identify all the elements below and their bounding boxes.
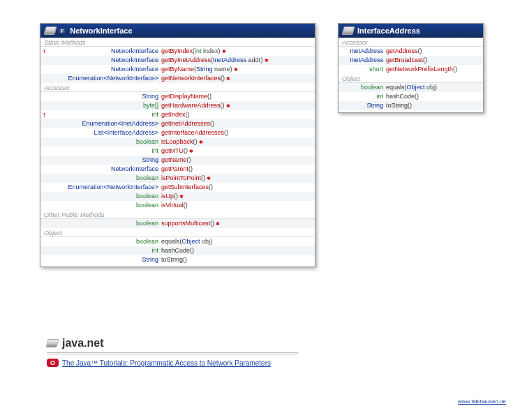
method-name[interactable]: hashCode bbox=[161, 246, 190, 255]
new-flag-icon: ! bbox=[43, 110, 50, 119]
method-row: Enumeration<InetAddress>getInetAddresses… bbox=[40, 119, 315, 128]
method-params: (String name) bbox=[194, 65, 232, 74]
section-label: Accessor bbox=[40, 83, 315, 92]
return-type: List<InterfaceAddress> bbox=[50, 128, 161, 137]
method-name[interactable]: getParent bbox=[161, 165, 188, 174]
return-type: NetworkInterface bbox=[50, 56, 161, 65]
method-name[interactable]: hashCode bbox=[386, 92, 415, 101]
method-params: () bbox=[190, 246, 194, 255]
site-link[interactable]: www.falkhausen.de bbox=[458, 398, 506, 405]
method-name[interactable]: supportsMulticast bbox=[161, 219, 210, 228]
throws-icon: ✱ bbox=[205, 174, 211, 183]
method-row: InetAddressgetAddress () bbox=[339, 47, 483, 56]
method-name[interactable]: getByInetAddress bbox=[161, 56, 211, 65]
method-params: (Object obj) bbox=[405, 83, 438, 92]
method-row: booleanequals (Object obj) bbox=[40, 237, 315, 246]
section-label: Accessor bbox=[339, 38, 483, 47]
method-params: () bbox=[207, 92, 211, 101]
final-badge: F bbox=[59, 29, 65, 33]
return-type: NetworkInterface bbox=[50, 65, 161, 74]
method-name[interactable]: isUp bbox=[161, 192, 174, 201]
return-type: String bbox=[50, 156, 161, 165]
method-name[interactable]: getNetworkInterfaces bbox=[161, 74, 221, 83]
return-type: boolean bbox=[50, 237, 161, 246]
method-row: booleanisUp ()✱ bbox=[40, 192, 315, 201]
method-name[interactable]: getDisplayName bbox=[161, 92, 207, 101]
class-icon bbox=[43, 27, 57, 35]
method-name[interactable]: getName bbox=[161, 156, 187, 165]
method-name[interactable]: equals bbox=[386, 83, 405, 92]
method-name[interactable]: getInterfaceAddresses bbox=[161, 128, 224, 137]
throws-icon: ✱ bbox=[198, 137, 203, 147]
method-name[interactable]: isLoopback bbox=[161, 137, 193, 147]
class-box-networkinterface: F NetworkInterface Static Methods!Networ… bbox=[40, 23, 315, 267]
method-params: () bbox=[453, 65, 457, 74]
method-row: inthashCode () bbox=[40, 246, 315, 255]
method-name[interactable]: toString bbox=[161, 255, 183, 264]
method-row: booleanequals (Object obj) bbox=[339, 83, 483, 92]
method-row: Enumeration<NetworkInterface>getNetworkI… bbox=[40, 74, 315, 83]
method-row: booleanisPointToPoint ()✱ bbox=[40, 174, 315, 183]
method-params: (InetAddress addr) bbox=[211, 56, 263, 65]
method-groups: Static Methods!NetworkInterfacegetByInde… bbox=[40, 38, 315, 267]
method-row: StringgetName () bbox=[40, 156, 315, 165]
throws-icon: ✱ bbox=[188, 147, 193, 156]
method-groups: AccessorInetAddressgetAddress ()InetAddr… bbox=[339, 38, 483, 112]
method-name[interactable]: getAddress bbox=[386, 47, 418, 56]
return-type: int bbox=[50, 246, 161, 255]
return-type: Enumeration<NetworkInterface> bbox=[50, 183, 161, 192]
return-type: short bbox=[343, 65, 386, 74]
return-type: Enumeration<NetworkInterface> bbox=[50, 74, 161, 83]
method-name[interactable]: getNetworkPrefixLength bbox=[386, 65, 453, 74]
method-row: Enumeration<NetworkInterface>getSubInter… bbox=[40, 183, 315, 192]
package-name: java.net bbox=[62, 337, 104, 350]
method-name[interactable]: getInetAddresses bbox=[161, 119, 210, 128]
return-type: String bbox=[50, 92, 161, 101]
method-name[interactable]: getIndex bbox=[161, 110, 186, 119]
return-type: boolean bbox=[50, 137, 161, 147]
class-header: F NetworkInterface bbox=[40, 24, 315, 38]
method-row: booleanisLoopback ()✱ bbox=[40, 137, 315, 147]
method-name[interactable]: equals bbox=[161, 237, 180, 246]
diagram-canvas: F NetworkInterface Static Methods!Networ… bbox=[0, 0, 520, 420]
method-params: () bbox=[408, 101, 412, 110]
method-name[interactable]: getHardwareAddress bbox=[161, 101, 221, 110]
throws-icon: ✱ bbox=[225, 74, 230, 83]
method-params: () bbox=[187, 156, 191, 165]
throws-icon: ✱ bbox=[232, 65, 238, 74]
section-label: Object bbox=[339, 74, 483, 83]
method-row: StringtoString () bbox=[40, 255, 315, 264]
throws-icon: ✱ bbox=[263, 56, 269, 65]
footer: java.net O The Java™ Tutorials: Programm… bbox=[47, 337, 298, 367]
method-name[interactable]: isPointToPoint bbox=[161, 174, 201, 183]
method-row: NetworkInterfacegetByName (String name)✱ bbox=[40, 65, 315, 74]
method-params: (int index) bbox=[193, 47, 221, 56]
method-params: () bbox=[415, 92, 419, 101]
method-name[interactable]: getByName bbox=[161, 65, 194, 74]
method-params: () bbox=[188, 165, 193, 174]
method-row: inthashCode () bbox=[339, 92, 483, 101]
method-row: StringgetDisplayName () bbox=[40, 92, 315, 101]
package-icon bbox=[45, 339, 59, 347]
return-type: String bbox=[50, 255, 161, 264]
method-name[interactable]: isVirtual bbox=[161, 201, 184, 210]
method-name[interactable]: getByIndex bbox=[161, 47, 193, 56]
tutorial-link[interactable]: The Java™ Tutorials: Programmatic Access… bbox=[62, 359, 271, 367]
method-row: booleansupportsMulticast ()✱ bbox=[40, 219, 315, 228]
return-type: InetAddress bbox=[343, 56, 386, 65]
return-type: int bbox=[343, 92, 386, 101]
method-params: () bbox=[184, 201, 188, 210]
class-header: InterfaceAddress bbox=[339, 24, 483, 38]
return-type: boolean bbox=[343, 83, 386, 92]
class-icon bbox=[341, 27, 355, 35]
section-label: Static Methods bbox=[40, 38, 315, 47]
method-params: () bbox=[209, 183, 213, 192]
method-params: (Object obj) bbox=[180, 237, 213, 246]
method-row: intgetMTU ()✱ bbox=[40, 147, 315, 156]
return-type: InetAddress bbox=[343, 47, 386, 56]
footer-divider bbox=[47, 352, 298, 354]
method-name[interactable]: getMTU bbox=[161, 147, 184, 156]
method-name[interactable]: getSubInterfaces bbox=[161, 183, 209, 192]
method-name[interactable]: getBroadcast bbox=[386, 56, 423, 65]
method-name[interactable]: toString bbox=[386, 101, 408, 110]
